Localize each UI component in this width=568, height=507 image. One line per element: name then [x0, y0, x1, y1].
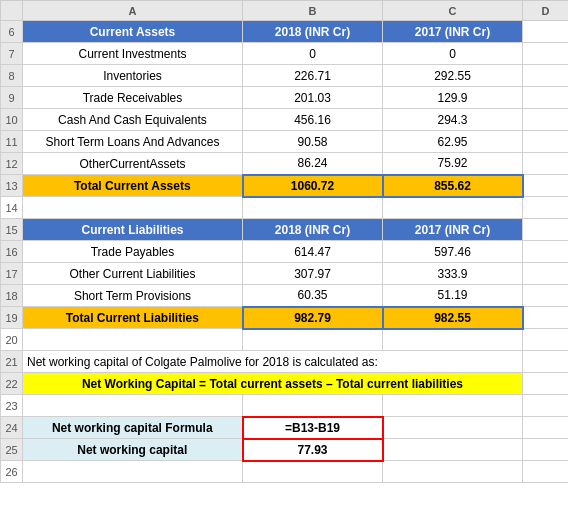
cell-d15	[523, 219, 569, 241]
row-num-14: 14	[1, 197, 23, 219]
description-text: Net working capital of Colgate Palmolive…	[23, 351, 523, 373]
year-2017-header: 2017 (INR Cr)	[383, 21, 523, 43]
table-row: 8 Inventories 226.71 292.55	[1, 65, 569, 87]
cell-d8	[523, 65, 569, 87]
cell-d11	[523, 131, 569, 153]
year-2018-header-2: 2018 (INR Cr)	[243, 219, 383, 241]
nwc-result-row: 25 Net working capital 77.93	[1, 439, 569, 461]
table-row: 12 OtherCurrentAssets 86.24 75.92	[1, 153, 569, 175]
row-num-15: 15	[1, 219, 23, 241]
row-num-6: 6	[1, 21, 23, 43]
cell-c8: 292.55	[383, 65, 523, 87]
cell-c18: 51.19	[383, 285, 523, 307]
spreadsheet: A B C D 6 Current Assets 2018 (INR Cr) 2…	[0, 0, 568, 483]
cell-a12: OtherCurrentAssets	[23, 153, 243, 175]
col-d-header: D	[523, 1, 569, 21]
formula-text: Net Working Capital = Total current asse…	[23, 373, 523, 395]
row-num-7: 7	[1, 43, 23, 65]
row-num-21: 21	[1, 351, 23, 373]
cell-d21	[523, 351, 569, 373]
cell-d12	[523, 153, 569, 175]
row-num-24: 24	[1, 417, 23, 439]
cell-b10: 456.16	[243, 109, 383, 131]
formula-explanation-row: 22 Net Working Capital = Total current a…	[1, 373, 569, 395]
col-c-header: C	[383, 1, 523, 21]
cell-d6	[523, 21, 569, 43]
table-row: 9 Trade Receivables 201.03 129.9	[1, 87, 569, 109]
corner-cell	[1, 1, 23, 21]
total-current-liabilities-label: Total Current Liabilities	[23, 307, 243, 329]
nwc-result-label: Net working capital	[23, 439, 243, 461]
empty-row-20: 20	[1, 329, 569, 351]
total-current-liabilities-b19: 982.79	[243, 307, 383, 329]
cell-a10: Cash And Cash Equivalents	[23, 109, 243, 131]
cell-d13	[523, 175, 569, 197]
cell-b11: 90.58	[243, 131, 383, 153]
cell-a9: Trade Receivables	[23, 87, 243, 109]
current-assets-label: Current Assets	[23, 21, 243, 43]
row-num-16: 16	[1, 241, 23, 263]
cell-a26	[23, 461, 243, 483]
row-num-25: 25	[1, 439, 23, 461]
cell-a7: Current Investments	[23, 43, 243, 65]
cell-b8: 226.71	[243, 65, 383, 87]
cell-b23	[243, 395, 383, 417]
empty-row-14: 14	[1, 197, 569, 219]
total-current-assets-row: 13 Total Current Assets 1060.72 855.62	[1, 175, 569, 197]
cell-c12: 75.92	[383, 153, 523, 175]
total-current-assets-b13: 1060.72	[243, 175, 383, 197]
column-header-row: A B C D	[1, 1, 569, 21]
cell-c7: 0	[383, 43, 523, 65]
cell-c16: 597.46	[383, 241, 523, 263]
nwc-formula-label: Net working capital Formula	[23, 417, 243, 439]
cell-c26	[383, 461, 523, 483]
cell-b17: 307.97	[243, 263, 383, 285]
total-current-liabilities-row: 19 Total Current Liabilities 982.79 982.…	[1, 307, 569, 329]
empty-row-23: 23	[1, 395, 569, 417]
cell-d14	[523, 197, 569, 219]
row-num-8: 8	[1, 65, 23, 87]
cell-b14	[243, 197, 383, 219]
cell-a18: Short Term Provisions	[23, 285, 243, 307]
table-row: 11 Short Term Loans And Advances 90.58 6…	[1, 131, 569, 153]
cell-b16: 614.47	[243, 241, 383, 263]
table-row: 17 Other Current Liabilities 307.97 333.…	[1, 263, 569, 285]
cell-d16	[523, 241, 569, 263]
cell-c9: 129.9	[383, 87, 523, 109]
cell-d7	[523, 43, 569, 65]
table-row: 7 Current Investments 0 0	[1, 43, 569, 65]
row-num-20: 20	[1, 329, 23, 351]
current-liabilities-label: Current Liabilities	[23, 219, 243, 241]
cell-c11: 62.95	[383, 131, 523, 153]
col-a-header: A	[23, 1, 243, 21]
cell-a11: Short Term Loans And Advances	[23, 131, 243, 153]
cell-c23	[383, 395, 523, 417]
col-b-header: B	[243, 1, 383, 21]
cell-c25	[383, 439, 523, 461]
cell-d17	[523, 263, 569, 285]
total-current-assets-label: Total Current Assets	[23, 175, 243, 197]
cell-d26	[523, 461, 569, 483]
table-row: 6 Current Assets 2018 (INR Cr) 2017 (INR…	[1, 21, 569, 43]
cell-d18	[523, 285, 569, 307]
row-num-12: 12	[1, 153, 23, 175]
nwc-result-value: 77.93	[243, 439, 383, 461]
description-row-21: 21 Net working capital of Colgate Palmol…	[1, 351, 569, 373]
cell-d9	[523, 87, 569, 109]
row-num-23: 23	[1, 395, 23, 417]
nwc-formula-value: =B13-B19	[243, 417, 383, 439]
empty-row-26: 26	[1, 461, 569, 483]
nwc-formula-row: 24 Net working capital Formula =B13-B19	[1, 417, 569, 439]
cell-d22	[523, 373, 569, 395]
cell-c14	[383, 197, 523, 219]
total-current-assets-c13: 855.62	[383, 175, 523, 197]
row-num-9: 9	[1, 87, 23, 109]
row-num-17: 17	[1, 263, 23, 285]
cell-a14	[23, 197, 243, 219]
cell-a8: Inventories	[23, 65, 243, 87]
year-2017-header-2: 2017 (INR Cr)	[383, 219, 523, 241]
table-row: 10 Cash And Cash Equivalents 456.16 294.…	[1, 109, 569, 131]
cell-b12: 86.24	[243, 153, 383, 175]
row-num-13: 13	[1, 175, 23, 197]
cell-a23	[23, 395, 243, 417]
